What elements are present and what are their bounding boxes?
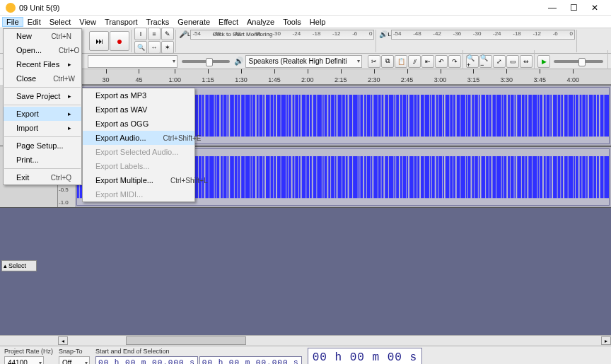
file-menu-item-open-[interactable]: Open...Ctrl+O bbox=[4, 43, 81, 57]
close-button[interactable]: ✕ bbox=[584, 3, 605, 13]
menu-generate[interactable]: Generate bbox=[173, 17, 214, 27]
window-title: 09 Unit 5(9) bbox=[19, 4, 542, 12]
export-menu-item-export-multiple-[interactable]: Export Multiple...Ctrl+Shift+L bbox=[83, 173, 194, 187]
file-menu-item-new[interactable]: NewCtrl+N bbox=[4, 29, 81, 43]
selection-mode-label: Start and End of Selection bbox=[95, 348, 302, 355]
menu-tools[interactable]: Tools bbox=[279, 17, 306, 27]
export-menu-item-export-as-wav[interactable]: Export as WAV bbox=[83, 102, 194, 117]
audio-position-field[interactable]: 00 h 00 m 00 s bbox=[308, 348, 422, 364]
export-menu-item-export-labels-: Export Labels... bbox=[83, 159, 194, 173]
menu-analyze[interactable]: Analyze bbox=[243, 17, 279, 27]
recording-meter[interactable]: Click to Start Monitoring -54-48-42-36-3… bbox=[190, 30, 374, 40]
title-bar: 09 Unit 5(9) — ☐ ✕ bbox=[0, 0, 611, 16]
timeshift-tool[interactable]: ↔ bbox=[148, 41, 161, 54]
file-menu-popup: NewCtrl+NOpen...Ctrl+ORecent Files▸Close… bbox=[3, 28, 82, 185]
menu-edit[interactable]: Edit bbox=[23, 17, 45, 27]
file-menu-item-recent-files[interactable]: Recent Files▸ bbox=[4, 57, 81, 71]
play-speed-slider[interactable] bbox=[554, 60, 603, 63]
app-icon bbox=[6, 3, 16, 13]
menu-effect[interactable]: Effect bbox=[214, 17, 243, 27]
file-menu-item-exit[interactable]: ExitCtrl+Q bbox=[4, 170, 81, 184]
export-menu-item-export-audio-[interactable]: Export Audio...Ctrl+Shift+E bbox=[83, 131, 194, 145]
file-menu-item-import[interactable]: Import▸ bbox=[4, 121, 81, 135]
scroll-left-arrow[interactable]: ◂ bbox=[58, 336, 68, 345]
menu-file[interactable]: File bbox=[2, 17, 23, 27]
audio-host-combo[interactable] bbox=[88, 55, 178, 68]
file-menu-item-close[interactable]: CloseCtrl+W bbox=[4, 71, 81, 86]
zoom-fit-button[interactable]: ⤢ bbox=[493, 55, 506, 68]
selection-toolbar: Project Rate (Hz) 44100 Snap-To Off Star… bbox=[0, 346, 611, 364]
silence-button[interactable]: ⇤ bbox=[421, 55, 434, 68]
redo-button[interactable]: ↷ bbox=[448, 55, 461, 68]
record-button[interactable]: ● bbox=[110, 31, 129, 51]
zoom-tool[interactable]: 🔍 bbox=[134, 41, 147, 54]
draw-tool[interactable]: ✎ bbox=[161, 28, 174, 40]
zoom-in-button[interactable]: 🔍+ bbox=[466, 55, 479, 68]
zoom-out-button[interactable]: 🔍− bbox=[479, 55, 492, 68]
file-menu-item-save-project[interactable]: Save Project▸ bbox=[4, 89, 81, 103]
export-menu-item-export-as-ogg[interactable]: Export as OGG bbox=[83, 117, 194, 131]
cut-button[interactable]: ✂ bbox=[368, 55, 380, 68]
file-menu-item-export[interactable]: Export▸ bbox=[4, 107, 81, 121]
export-menu-item-export-midi-: Export MIDI... bbox=[83, 187, 194, 201]
menu-tracks[interactable]: Tracks bbox=[142, 17, 174, 27]
speaker-icon: 🔊 bbox=[379, 30, 388, 38]
scroll-right-arrow[interactable]: ▸ bbox=[601, 336, 611, 345]
selection-tool[interactable]: I bbox=[134, 28, 147, 40]
minimize-button[interactable]: — bbox=[542, 3, 563, 13]
menu-transport[interactable]: Transport bbox=[100, 17, 142, 27]
envelope-tool[interactable]: ≡ bbox=[148, 28, 161, 40]
speaker-small-icon: 🔊 bbox=[234, 57, 244, 66]
menu-view[interactable]: View bbox=[75, 17, 100, 27]
playback-meter[interactable]: -54-48-42-36-30-24-18-12-60 bbox=[391, 30, 575, 40]
multi-tool[interactable]: ✶ bbox=[161, 41, 174, 54]
snap-to-combo[interactable]: Off bbox=[59, 356, 90, 364]
export-submenu-popup: Export as MP3Export as WAVExport as OGGE… bbox=[82, 88, 195, 202]
paste-button[interactable]: 📋 bbox=[395, 55, 407, 68]
play-at-speed-button[interactable]: ▶ bbox=[537, 55, 550, 68]
undo-button[interactable]: ↶ bbox=[435, 55, 448, 68]
file-menu-item-page-setup-[interactable]: Page Setup... bbox=[4, 139, 81, 153]
project-rate-combo[interactable]: 44100 bbox=[4, 356, 44, 364]
export-menu-item-export-as-mp-[interactable]: Export as MP3 bbox=[83, 88, 194, 102]
output-device-combo[interactable]: Speakers (Realtek High Definiti bbox=[245, 55, 362, 68]
copy-button[interactable]: ⧉ bbox=[381, 55, 394, 68]
rate-label: Project Rate (Hz) bbox=[4, 348, 53, 355]
snap-label: Snap-To bbox=[59, 348, 90, 355]
export-menu-item-export-selected-audio-: Export Selected Audio... bbox=[83, 145, 194, 159]
trim-button[interactable]: ⫽ bbox=[408, 55, 421, 68]
menu-select[interactable]: Select bbox=[45, 17, 76, 27]
file-menu-item-print-[interactable]: Print... bbox=[4, 153, 81, 167]
scroll-thumb[interactable] bbox=[126, 336, 246, 345]
zoom-toggle-button[interactable]: ⇔ bbox=[520, 55, 533, 68]
zoom-sel-button[interactable]: ▭ bbox=[506, 55, 519, 68]
menu-help[interactable]: Help bbox=[306, 17, 330, 27]
skip-end-button[interactable]: ⏭ bbox=[89, 31, 109, 51]
selection-start-field[interactable]: 00 h 00 m 00.000 s bbox=[95, 356, 198, 364]
horizontal-scrollbar[interactable]: ◂ ▸ bbox=[0, 335, 611, 346]
toolbar-bottom: 🔊 Speakers (Realtek High Definiti ✂ ⧉ 📋 … bbox=[0, 54, 611, 69]
track-select-button[interactable]: ▴ Select bbox=[1, 260, 37, 271]
rec-volume-slider[interactable] bbox=[182, 60, 230, 63]
timeline-ruler[interactable]: 15 30 45 1:00 1:15 1:30 1:45 2:00 2:15 2… bbox=[58, 69, 611, 85]
selection-end-field[interactable]: 00 h 00 m 00.000 s bbox=[199, 356, 302, 364]
mic-icon: 🎤 bbox=[179, 30, 187, 38]
maximize-button[interactable]: ☐ bbox=[563, 3, 584, 13]
menu-bar: File Edit Select View Transport Tracks G… bbox=[0, 16, 611, 28]
